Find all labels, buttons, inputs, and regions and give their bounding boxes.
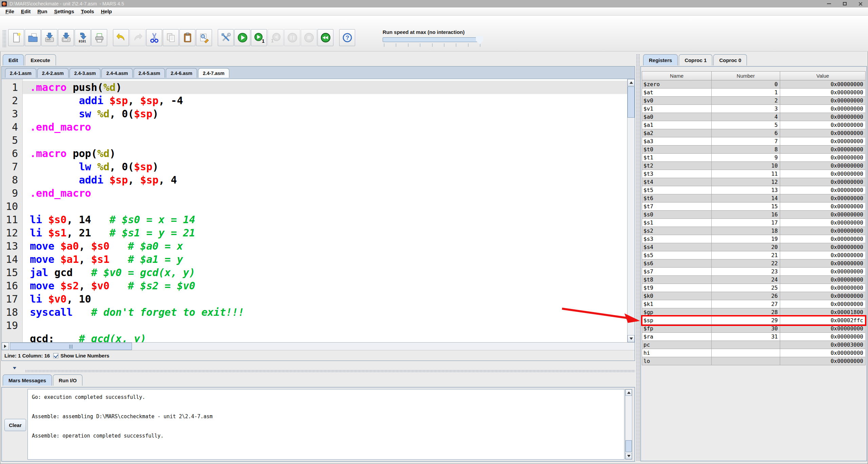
paste-button[interactable] [179, 29, 195, 46]
register-row-t4[interactable]: $t4120x00000000 [642, 178, 866, 186]
menu-help[interactable]: Help [97, 8, 115, 15]
register-row-sp[interactable]: $sp290x00002ffc [642, 316, 866, 325]
cut-button[interactable] [146, 29, 162, 46]
register-row-t6[interactable]: $t6140x00000000 [642, 194, 866, 202]
register-row-t2[interactable]: $t2100x00000000 [642, 162, 866, 170]
register-row-s1[interactable]: $s1170x00000000 [642, 219, 866, 227]
register-row-at[interactable]: $at10x00000000 [642, 89, 866, 97]
open-folder-button[interactable] [25, 29, 41, 46]
register-row-fp[interactable]: $fp300x00000000 [642, 325, 866, 333]
splitter-expand-button[interactable] [7, 369, 12, 373]
column-header-name[interactable]: Name [642, 71, 712, 80]
horizontal-splitter[interactable] [1, 368, 635, 373]
register-row-s0[interactable]: $s0160x00000000 [642, 211, 866, 219]
register-row-t1[interactable]: $t190x00000000 [642, 154, 866, 162]
reset-button[interactable] [317, 29, 333, 46]
menu-run[interactable]: Run [34, 8, 51, 15]
register-row-t7[interactable]: $t7150x00000000 [642, 202, 866, 211]
vertical-splitter[interactable] [636, 54, 640, 461]
tab-coproc-0[interactable]: Coproc 0 [713, 54, 747, 65]
menu-settings[interactable]: Settings [51, 8, 77, 15]
register-row-s4[interactable]: $s4200x00000000 [642, 243, 866, 251]
register-row-v0[interactable]: $v020x00000000 [642, 97, 866, 105]
splitter-collapse-button[interactable] [12, 369, 17, 373]
menu-file[interactable]: File [2, 8, 18, 15]
new-file-button[interactable] [8, 29, 24, 46]
tab-mars-messages[interactable]: Mars Messages [3, 374, 52, 386]
register-row-ra[interactable]: $ra310x00000000 [642, 333, 866, 341]
tab-run-i-o[interactable]: Run I/O [53, 374, 82, 386]
register-row-s3[interactable]: $s3190x00000000 [642, 235, 866, 243]
code-area[interactable]: .macro push(%d) addi $sp, $sp, -4 sw %d,… [23, 79, 627, 342]
register-row-t8[interactable]: $t8240x00000000 [642, 276, 866, 284]
register-row-a2[interactable]: $a260x00000000 [642, 129, 866, 137]
register-row-t3[interactable]: $t3110x00000000 [642, 170, 866, 178]
editor-vscroll-thumb[interactable] [628, 86, 635, 118]
tab-registers[interactable]: Registers [643, 54, 678, 65]
file-tab-2-4-3-asm[interactable]: 2.4-3.asm [70, 68, 101, 78]
messages-vscroll-thumb[interactable] [625, 440, 632, 452]
register-row-t9[interactable]: $t9250x00000000 [642, 284, 866, 292]
code-editor[interactable]: 12345678910111213141516171819 .macro pus… [2, 79, 635, 342]
file-tab-2-4-5-asm[interactable]: 2.4-5.asm [134, 68, 165, 78]
run-button[interactable] [234, 29, 250, 46]
scroll-down-button[interactable] [628, 335, 635, 342]
clear-button[interactable]: Clear [4, 419, 26, 431]
scroll-up-button[interactable] [628, 79, 635, 86]
editor-hscroll-thumb[interactable] [10, 343, 132, 350]
tab-edit[interactable]: Edit [3, 54, 24, 65]
save-button[interactable] [41, 29, 57, 46]
file-tab-2-4-1-asm[interactable]: 2.4-1.asm [5, 68, 36, 78]
register-row-gp[interactable]: $gp280x00001800 [642, 308, 866, 316]
file-tab-2-4-7-asm[interactable]: 2.4-7.asm [198, 68, 229, 78]
toolbar-drag-handle[interactable] [2, 30, 6, 47]
messages-text-area[interactable]: Go: execution completed successfully.Ass… [27, 389, 624, 460]
register-row-zero[interactable]: $zero00x00000000 [642, 80, 866, 89]
maximize-button[interactable] [837, 0, 852, 7]
file-tab-2-4-2-asm[interactable]: 2.4-2.asm [37, 68, 69, 78]
register-row-k0[interactable]: $k0260x00000000 [642, 292, 866, 300]
register-row-s6[interactable]: $s6220x00000000 [642, 259, 866, 268]
register-row-s2[interactable]: $s2180x00000000 [642, 227, 866, 235]
close-button[interactable] [852, 0, 868, 7]
copy-button[interactable] [163, 29, 179, 46]
register-row-a1[interactable]: $a150x00000000 [642, 121, 866, 129]
tab-coproc-1[interactable]: Coproc 1 [679, 54, 712, 65]
editor-vertical-scrollbar[interactable] [627, 79, 635, 342]
find-replace-button[interactable] [196, 29, 212, 46]
register-row-k1[interactable]: $k1270x00000000 [642, 300, 866, 308]
column-header-value[interactable]: Value [780, 71, 866, 80]
tab-execute[interactable]: Execute [25, 54, 56, 65]
editor-horizontal-scrollbar[interactable] [2, 342, 635, 350]
register-row-hi[interactable]: hi0x00000000 [642, 349, 866, 357]
print-button[interactable] [91, 29, 107, 46]
messages-vertical-scrollbar[interactable] [625, 389, 632, 460]
register-row-v1[interactable]: $v130x00000000 [642, 105, 866, 113]
register-row-a0[interactable]: $a040x00000000 [642, 113, 866, 121]
register-row-lo[interactable]: lo0x00000000 [642, 357, 866, 365]
splitter-grip[interactable] [25, 370, 635, 372]
show-line-numbers-checkbox[interactable] [53, 353, 58, 358]
help-button[interactable]: ? [339, 29, 355, 46]
save-as-button[interactable] [58, 29, 74, 46]
column-header-number[interactable]: Number [712, 71, 780, 80]
scroll-right-button[interactable] [2, 343, 9, 350]
register-row-s7[interactable]: $s7230x00000000 [642, 268, 866, 276]
file-tab-2-4-6-asm[interactable]: 2.4-6.asm [166, 68, 197, 78]
register-row-t5[interactable]: $t5130x00000000 [642, 186, 866, 194]
register-row-s5[interactable]: $s5210x00000000 [642, 251, 866, 259]
menu-tools[interactable]: Tools [78, 8, 98, 15]
register-row-a3[interactable]: $a370x00000000 [642, 137, 866, 146]
undo-button[interactable] [113, 29, 129, 46]
register-row-t0[interactable]: $t080x00000000 [642, 146, 866, 154]
minimize-button[interactable] [821, 0, 837, 7]
run-speed-slider[interactable] [383, 37, 482, 42]
dump-memory-button[interactable]: 0101 [75, 29, 91, 46]
file-tab-2-4-4-asm[interactable]: 2.4-4.asm [101, 68, 133, 78]
scroll-up-button[interactable] [625, 389, 632, 396]
scroll-down-button[interactable] [625, 453, 632, 459]
step-button[interactable]: 1 [251, 29, 267, 46]
menu-edit[interactable]: Edit [18, 8, 34, 15]
register-row-pc[interactable]: pc0x00003000 [642, 341, 866, 349]
assemble-button[interactable] [218, 29, 234, 46]
